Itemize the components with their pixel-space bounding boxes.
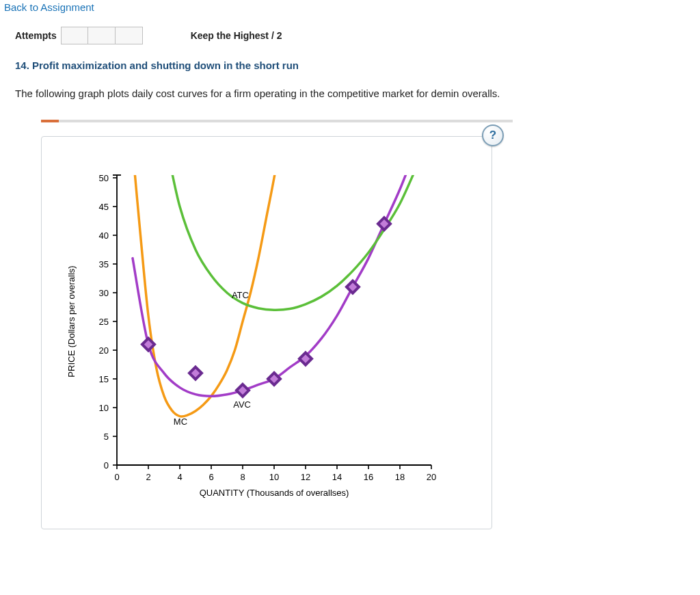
x-axis-label: QUANTITY (Thousands of overallses) bbox=[200, 488, 349, 498]
x-tick-label: 12 bbox=[301, 472, 310, 482]
y-tick-label: 5 bbox=[104, 432, 109, 442]
x-tick-label: 20 bbox=[427, 472, 436, 482]
curve-atc bbox=[167, 164, 416, 310]
data-point-marker[interactable] bbox=[268, 373, 280, 385]
y-tick-label: 45 bbox=[99, 202, 109, 212]
data-point-marker[interactable] bbox=[347, 281, 359, 293]
label-atc: ATC bbox=[232, 290, 249, 300]
attempt-boxes bbox=[61, 27, 143, 44]
x-tick-label: 0 bbox=[114, 472, 119, 482]
y-axis-label: PRICE (Dollars per overalls) bbox=[66, 265, 77, 377]
y-tick-label: 20 bbox=[99, 345, 109, 356]
question-title: 14. Profit maximization and shutting dow… bbox=[0, 54, 700, 83]
x-tick-label: 8 bbox=[240, 472, 245, 482]
curve-mc bbox=[133, 164, 290, 416]
data-point-marker[interactable] bbox=[189, 367, 202, 380]
attempts-row: Attempts Keep the Highest / 2 bbox=[0, 20, 700, 54]
y-tick-label: 35 bbox=[99, 259, 109, 269]
data-point-marker[interactable] bbox=[299, 353, 312, 365]
attempts-label: Attempts bbox=[15, 30, 57, 41]
attempt-box-1[interactable] bbox=[61, 27, 88, 44]
x-tick-label: 18 bbox=[395, 472, 405, 482]
chart: 0246810121416182005101520253035404550QUA… bbox=[49, 164, 485, 508]
x-tick-label: 4 bbox=[177, 472, 182, 482]
x-tick-label: 16 bbox=[364, 472, 373, 482]
y-tick-label: 0 bbox=[104, 460, 109, 471]
y-tick-label: 10 bbox=[99, 403, 109, 413]
question-body: The following graph plots daily cost cur… bbox=[0, 83, 700, 120]
data-point-marker[interactable] bbox=[378, 217, 390, 230]
label-mc: MC bbox=[174, 416, 187, 427]
y-tick-label: 50 bbox=[99, 173, 109, 183]
x-tick-label: 6 bbox=[208, 472, 213, 482]
data-point-marker[interactable] bbox=[237, 384, 249, 397]
y-tick-label: 15 bbox=[99, 374, 109, 384]
attempt-box-2[interactable] bbox=[88, 27, 116, 44]
y-tick-label: 40 bbox=[99, 230, 109, 241]
y-tick-label: 30 bbox=[99, 288, 109, 298]
x-tick-label: 14 bbox=[332, 472, 342, 482]
help-icon[interactable]: ? bbox=[482, 124, 504, 146]
keep-highest-label: Keep the Highest / 2 bbox=[191, 30, 282, 41]
cost-curves-chart: 0246810121416182005101520253035404550QUA… bbox=[49, 164, 472, 506]
section-divider bbox=[41, 120, 513, 122]
y-tick-label: 25 bbox=[99, 317, 109, 327]
back-to-assignment-link[interactable]: Back to Assignment bbox=[0, 0, 700, 20]
chart-card: ? 0246810121416182005101520253035404550Q… bbox=[41, 136, 492, 529]
curve-avc bbox=[133, 164, 416, 396]
x-tick-label: 10 bbox=[269, 472, 279, 482]
attempt-box-3[interactable] bbox=[116, 27, 143, 44]
x-tick-label: 2 bbox=[146, 472, 150, 482]
label-avc: AVC bbox=[233, 399, 251, 410]
